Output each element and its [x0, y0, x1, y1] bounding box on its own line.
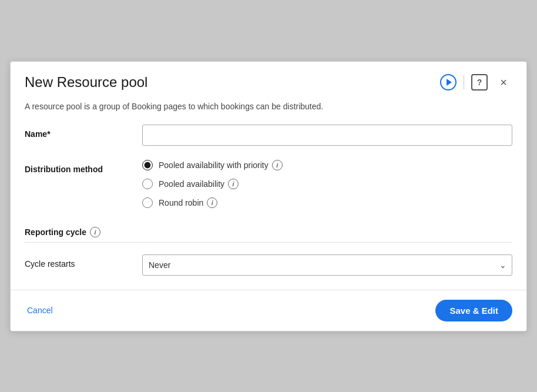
dialog-header: New Resource pool ? × — [11, 62, 526, 100]
distribution-control: Pooled availability with priority i Pool… — [142, 160, 512, 208]
info-icon-round-robin[interactable]: i — [207, 197, 217, 208]
cycle-select-wrapper: Never Weekly Monthly Quarterly Yearly ⌄ — [142, 254, 512, 276]
radio-label-pooled-priority: Pooled availability with priority i — [159, 160, 283, 170]
radio-label-round-robin: Round robin i — [159, 197, 217, 208]
radio-pooled[interactable] — [142, 179, 153, 189]
header-divider — [464, 75, 464, 89]
radio-group: Pooled availability with priority i Pool… — [142, 160, 512, 208]
name-row: Name* — [25, 125, 512, 146]
name-control — [142, 125, 512, 146]
dialog-title: New Resource pool — [25, 74, 147, 91]
close-button[interactable]: × — [495, 73, 512, 91]
radio-pooled-priority[interactable] — [142, 160, 153, 170]
header-icons: ? × — [440, 73, 512, 91]
name-label: Name* — [25, 125, 142, 139]
reporting-label-wrapper: Reporting cycle i — [25, 222, 142, 237]
info-icon-pooled-priority[interactable]: i — [272, 160, 283, 170]
close-icon: × — [500, 76, 507, 88]
help-button[interactable]: ? — [471, 74, 488, 91]
dialog-body: Name* Distribution method Pooled availab… — [11, 125, 526, 290]
dialog-description: A resource pool is a group of Booking pa… — [11, 100, 526, 125]
dialog-overlay: New Resource pool ? × A resource pool is… — [0, 0, 537, 392]
section-divider — [25, 242, 512, 243]
cancel-button[interactable]: Cancel — [25, 301, 55, 320]
cycle-row: Cycle restarts Never Weekly Monthly Quar… — [25, 254, 512, 276]
info-icon-pooled[interactable]: i — [228, 179, 239, 189]
distribution-label: Distribution method — [25, 160, 142, 174]
dialog-footer: Cancel Save & Edit — [11, 290, 526, 331]
radio-item-pooled-priority[interactable]: Pooled availability with priority i — [142, 160, 512, 170]
cycle-restarts-label: Cycle restarts — [25, 254, 142, 269]
name-input[interactable] — [142, 125, 512, 146]
dialog: New Resource pool ? × A resource pool is… — [10, 61, 527, 331]
reporting-heading-row: Reporting cycle i — [25, 222, 512, 237]
cycle-control: Never Weekly Monthly Quarterly Yearly ⌄ — [142, 254, 512, 276]
radio-item-pooled[interactable]: Pooled availability i — [142, 179, 512, 189]
radio-item-round-robin[interactable]: Round robin i — [142, 197, 512, 208]
distribution-row: Distribution method Pooled availability … — [25, 160, 512, 208]
cycle-select[interactable]: Never Weekly Monthly Quarterly Yearly — [142, 254, 512, 276]
radio-label-pooled: Pooled availability i — [159, 179, 239, 189]
radio-round-robin[interactable] — [142, 197, 153, 208]
reporting-label: Reporting cycle — [25, 227, 86, 237]
save-button[interactable]: Save & Edit — [435, 300, 512, 321]
play-button[interactable] — [440, 74, 457, 91]
info-icon-reporting[interactable]: i — [90, 227, 100, 237]
